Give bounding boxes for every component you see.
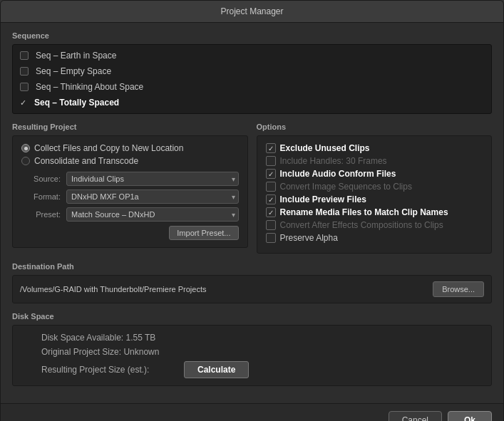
seq-check-1[interactable] [20,51,29,60]
calculate-button[interactable]: Calculate [184,361,249,378]
option-item-5[interactable]: ✓ Include Preview Files [266,194,483,204]
main-columns: Resulting Project Collect Files and Copy… [12,123,492,254]
destination-path-text: /Volumes/G-RAID with Thunderbolt/Premier… [20,285,427,293]
dialog-body: Sequence Seq – Earth in Space Seq – Empt… [1,23,503,403]
opt-label-6: Rename Media Files to Match Clip Names [280,207,448,217]
resulting-project-box: Collect Files and Copy to New Location C… [12,135,248,248]
radio-dot-collect [21,144,30,152]
format-select[interactable]: DNxHD MXF OP1a [66,189,239,204]
resulting-size-label: Resulting Project Size (est.): [41,365,184,375]
resulting-project-col: Resulting Project Collect Files and Copy… [12,123,248,254]
project-manager-dialog: Project Manager Sequence Seq – Earth in … [0,0,504,421]
import-preset-button[interactable]: Import Preset... [169,226,238,240]
option-item-8[interactable]: Preserve Alpha [266,233,483,243]
preset-row: Preset: Match Source – DNxHD [21,207,239,222]
sequence-item-4[interactable]: ✓ Seq – Totally Spaced [13,95,491,110]
preset-label: Preset: [21,210,61,219]
ok-button[interactable]: Ok [448,411,492,421]
seq-name-3: Seq – Thinking About Space [36,82,143,92]
opt-check-7[interactable] [266,220,276,230]
title-bar: Project Manager [1,1,503,23]
radio-consolidate-label: Consolidate and Transcode [34,156,138,166]
seq-check-2[interactable] [20,67,29,76]
disk-space-box: Disk Space Available: 1.55 TB Original P… [12,325,492,386]
import-preset-row: Import Preset... [21,226,239,240]
radio-consolidate[interactable]: Consolidate and Transcode [21,156,239,166]
disk-original-row: Original Project Size: Unknown [41,347,463,357]
opt-check-5[interactable]: ✓ [266,194,276,204]
source-select-wrapper[interactable]: Individual Clips [66,172,239,186]
disk-available-text: Disk Space Available: 1.55 TB [41,333,184,343]
opt-label-3: Include Audio Conform Files [280,169,396,179]
disk-available-row: Disk Space Available: 1.55 TB [41,333,463,343]
seq-name-4: Seq – Totally Spaced [34,98,119,108]
opt-label-1: Exclude Unused Clips [280,143,370,153]
options-label: Options [257,123,493,131]
disk-space-section: Disk Space Disk Space Available: 1.55 TB… [12,312,492,386]
sequence-item-2[interactable]: Seq – Empty Space [13,63,491,79]
format-label: Format: [21,192,61,201]
option-item-1[interactable]: ✓ Exclude Unused Clips [266,143,483,153]
option-item-3[interactable]: ✓ Include Audio Conform Files [266,169,483,179]
opt-label-7: Convert After Effects Compositions to Cl… [280,220,443,230]
disk-space-label: Disk Space [12,312,492,321]
format-select-wrapper[interactable]: DNxHD MXF OP1a [66,189,239,204]
browse-button[interactable]: Browse... [433,281,484,297]
opt-label-2: Include Handles: 30 Frames [280,156,387,166]
opt-label-5: Include Preview Files [280,194,366,204]
sequence-section: Sequence Seq – Earth in Space Seq – Empt… [12,31,492,114]
radio-collect-label: Collect Files and Copy to New Location [34,143,183,153]
opt-label-8: Preserve Alpha [280,233,338,243]
seq-check-3[interactable] [20,83,29,91]
radio-collect[interactable]: Collect Files and Copy to New Location [21,143,239,153]
sequence-label: Sequence [12,31,492,40]
option-item-4[interactable]: Convert Image Sequences to Clips [266,182,483,192]
dialog-title: Project Manager [220,6,283,16]
opt-label-4: Convert Image Sequences to Clips [280,182,412,192]
format-row: Format: DNxHD MXF OP1a [21,189,239,204]
option-item-2[interactable]: Include Handles: 30 Frames [266,156,483,166]
sequence-list: Seq – Earth in Space Seq – Empty Space S… [12,44,492,114]
source-row: Source: Individual Clips [21,172,239,186]
destination-section: Destination Path /Volumes/G-RAID with Th… [12,262,492,303]
destination-label: Destination Path [12,262,492,271]
radio-group: Collect Files and Copy to New Location C… [21,143,239,166]
preset-select[interactable]: Match Source – DNxHD [66,207,239,222]
dialog-footer: Cancel Ok [1,403,503,421]
opt-check-8[interactable] [266,233,276,243]
opt-check-3[interactable]: ✓ [266,169,276,179]
option-item-6[interactable]: ✓ Rename Media Files to Match Clip Names [266,207,483,217]
options-col: Options ✓ Exclude Unused Clips Include H… [257,123,493,254]
source-select[interactable]: Individual Clips [66,172,239,186]
opt-check-6[interactable]: ✓ [266,207,276,217]
seq-name-2: Seq – Empty Space [36,66,111,76]
radio-dot-consolidate [21,157,30,165]
source-label: Source: [21,175,61,183]
option-item-7[interactable]: Convert After Effects Compositions to Cl… [266,220,483,230]
opt-check-4[interactable] [266,182,276,192]
sequence-item-3[interactable]: Seq – Thinking About Space [13,79,491,95]
sequence-item-1[interactable]: Seq – Earth in Space [13,48,491,63]
calculate-row: Resulting Project Size (est.): Calculate [41,361,463,378]
opt-check-1[interactable]: ✓ [266,143,276,153]
options-box: ✓ Exclude Unused Clips Include Handles: … [257,135,493,254]
destination-row: /Volumes/G-RAID with Thunderbolt/Premier… [12,275,492,303]
seq-checkmark-4: ✓ [20,98,31,108]
disk-original-text: Original Project Size: Unknown [41,347,184,357]
preset-select-wrapper[interactable]: Match Source – DNxHD [66,207,239,222]
opt-check-2[interactable] [266,156,276,166]
cancel-button[interactable]: Cancel [389,411,442,421]
resulting-project-label: Resulting Project [12,123,248,131]
seq-name-1: Seq – Earth in Space [36,51,116,61]
